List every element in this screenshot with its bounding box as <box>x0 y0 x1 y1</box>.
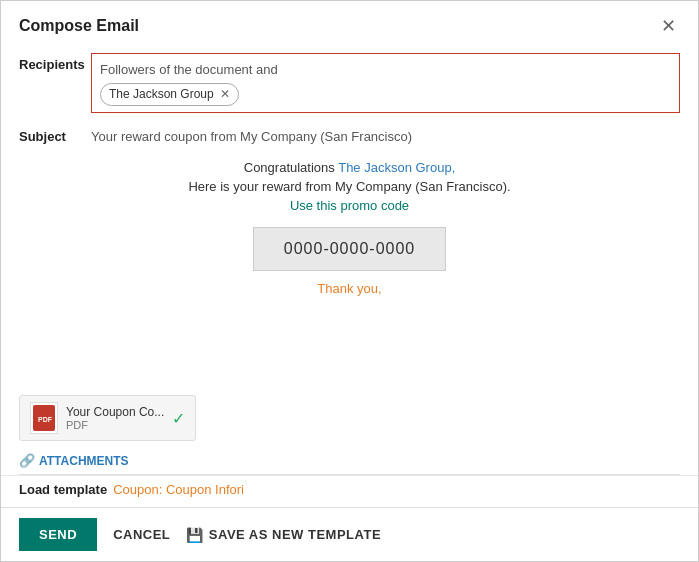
acrobat-icon: PDF <box>36 409 52 427</box>
svg-text:PDF: PDF <box>38 416 52 423</box>
recipient-tag[interactable]: The Jackson Group ✕ <box>100 83 239 106</box>
body-congrats-text: Congratulations <box>244 160 338 175</box>
save-icon: 💾 <box>186 527 204 543</box>
recipients-text: Followers of the document and <box>100 60 671 81</box>
attachment-type: PDF <box>66 419 164 431</box>
body-company-name: The Jackson Group, <box>338 160 455 175</box>
load-template-value[interactable]: Coupon: Coupon Infori <box>113 482 244 497</box>
body-promo-heading: Use this promo code <box>290 198 409 213</box>
save-template-label: SAVE AS NEW TEMPLATE <box>209 527 381 542</box>
email-body: Congratulations The Jackson Group, Here … <box>1 150 698 387</box>
dialog-header: Compose Email ✕ <box>1 1 698 47</box>
promo-code-box: 0000-0000-0000 <box>253 227 446 271</box>
body-reward-text: Here is your reward from My Company (San… <box>188 179 510 194</box>
load-template-label: Load template <box>19 482 107 497</box>
dialog-title: Compose Email <box>19 17 139 35</box>
cancel-button[interactable]: CANCEL <box>107 518 176 551</box>
send-button[interactable]: SEND <box>19 518 97 551</box>
recipients-box[interactable]: Followers of the document and The Jackso… <box>91 53 680 113</box>
subject-label: Subject <box>19 125 91 144</box>
compose-email-dialog: Compose Email ✕ Recipients Followers of … <box>0 0 699 562</box>
attachment-name: Your Coupon Co... <box>66 405 164 419</box>
save-as-new-template-button[interactable]: 💾 SAVE AS NEW TEMPLATE <box>186 527 381 543</box>
load-template-row: Load template Coupon: Coupon Infori <box>1 475 698 507</box>
body-line2: Here is your reward from My Company (San… <box>21 179 678 194</box>
attachment-item[interactable]: PDF Your Coupon Co... PDF ✓ <box>19 395 196 441</box>
attachments-link[interactable]: ATTACHMENTS <box>39 454 129 468</box>
recipient-tag-remove[interactable]: ✕ <box>220 85 230 104</box>
promo-code-value: 0000-0000-0000 <box>284 240 415 257</box>
recipients-label: Recipients <box>19 53 91 72</box>
body-line1: Congratulations The Jackson Group, <box>21 160 678 175</box>
dialog-footer: SEND CANCEL 💾 SAVE AS NEW TEMPLATE <box>1 507 698 561</box>
attachment-section: PDF Your Coupon Co... PDF ✓ <box>1 387 698 449</box>
attachments-link-row: 🔗 ATTACHMENTS <box>1 449 698 474</box>
body-signoff: Thank you, <box>21 281 678 296</box>
body-line3: Use this promo code <box>21 198 678 213</box>
recipients-row: Recipients Followers of the document and… <box>1 47 698 119</box>
pdf-icon: PDF <box>30 402 58 434</box>
subject-row: Subject Your reward coupon from My Compa… <box>1 119 698 150</box>
recipient-tag-label: The Jackson Group <box>109 85 214 104</box>
close-button[interactable]: ✕ <box>657 15 680 37</box>
pdf-inner-icon: PDF <box>33 405 55 431</box>
subject-value: Your reward coupon from My Company (San … <box>91 125 412 144</box>
attachment-info: Your Coupon Co... PDF <box>66 405 164 431</box>
attachment-check-icon: ✓ <box>172 409 185 428</box>
body-thankyou-text: Thank you, <box>317 281 381 296</box>
paperclip-icon: 🔗 <box>19 453 35 468</box>
